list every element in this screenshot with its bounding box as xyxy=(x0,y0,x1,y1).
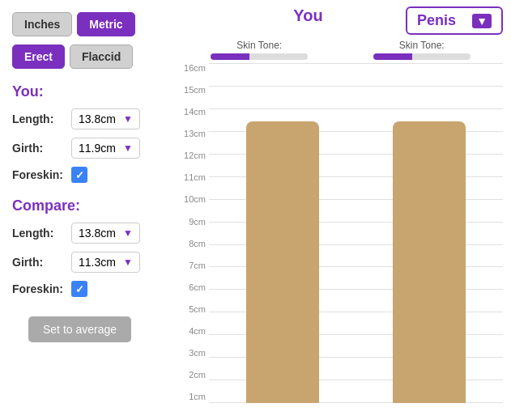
y-axis-label: 4cm xyxy=(178,326,209,336)
unit-buttons: Inches Metric xyxy=(12,12,158,36)
chart-content xyxy=(209,63,503,403)
you-length-label: Length: xyxy=(12,112,65,125)
bars-container xyxy=(209,63,503,403)
penis-dropdown[interactable]: Penis ▼ xyxy=(406,6,503,35)
compare-length-value: 13.8cm xyxy=(79,227,116,240)
compare-length-label: Length: xyxy=(12,227,65,240)
you-section: You: Length: 13.8cm ▼ Girth: 11.9cm ▼ Fo… xyxy=(12,83,158,183)
y-axis-label: 12cm xyxy=(178,151,209,160)
you-foreskin-row: Foreskin: xyxy=(12,167,158,183)
compare-length-dropdown[interactable]: 13.8cm ▼ xyxy=(71,223,140,244)
compare-foreskin-checkbox[interactable] xyxy=(71,281,87,297)
you-chart-label: You xyxy=(178,6,406,25)
chart-area: 1cm2cm3cm4cm5cm6cm7cm8cm9cm10cm11cm12cm1… xyxy=(178,63,503,403)
y-axis-label: 6cm xyxy=(178,282,209,292)
you-title: You: xyxy=(12,83,158,100)
y-axis-label: 7cm xyxy=(178,261,209,270)
state-buttons: Erect Flaccid xyxy=(12,45,158,69)
y-axis-label: 3cm xyxy=(178,348,209,358)
y-axis-label: 13cm xyxy=(178,129,209,138)
y-axis-label: 10cm xyxy=(178,194,209,204)
you-length-dropdown[interactable]: 13.8cm ▼ xyxy=(71,108,140,129)
y-axis-label: 15cm xyxy=(178,85,209,95)
you-girth-row: Girth: 11.9cm ▼ xyxy=(12,138,158,159)
set-to-average-button[interactable]: Set to average xyxy=(28,316,131,342)
you-skin-tone-label: Skin Tone: xyxy=(236,40,282,51)
skin-tone-row: Skin Tone: Skin Tone: xyxy=(178,38,503,63)
you-foreskin-checkbox[interactable] xyxy=(71,167,87,183)
you-length-row: Length: 13.8cm ▼ xyxy=(12,108,158,129)
compare-foreskin-row: Foreskin: xyxy=(12,281,158,297)
you-foreskin-label: Foreskin: xyxy=(12,168,65,181)
y-axis: 1cm2cm3cm4cm5cm6cm7cm8cm9cm10cm11cm12cm1… xyxy=(178,63,209,403)
you-girth-label: Girth: xyxy=(12,142,65,155)
compare-title: Compare: xyxy=(12,197,158,214)
compare-girth-value: 11.3cm xyxy=(79,256,116,269)
compare-bar xyxy=(393,121,466,403)
inches-button[interactable]: Inches xyxy=(12,12,72,36)
you-skin-tone-group: Skin Tone: xyxy=(178,40,341,60)
left-panel: Inches Metric Erect Flaccid You: Length:… xyxy=(0,0,170,420)
you-skin-tone-slider[interactable] xyxy=(211,53,308,60)
compare-skin-tone-slider[interactable] xyxy=(373,53,471,60)
y-axis-label: 1cm xyxy=(178,392,209,401)
flaccid-button[interactable]: Flaccid xyxy=(70,45,133,69)
compare-girth-label: Girth: xyxy=(12,256,65,269)
y-axis-label: 5cm xyxy=(178,304,209,314)
compare-skin-tone-label: Skin Tone: xyxy=(399,40,445,51)
you-length-arrow-icon: ▼ xyxy=(123,113,133,125)
compare-skin-tone-group: Skin Tone: xyxy=(341,40,504,60)
you-girth-value: 11.9cm xyxy=(79,142,116,155)
y-axis-label: 9cm xyxy=(178,217,209,227)
penis-arrow-icon: ▼ xyxy=(472,14,492,28)
chart-header: You Penis ▼ xyxy=(178,0,503,38)
compare-foreskin-label: Foreskin: xyxy=(12,282,65,295)
y-axis-label: 14cm xyxy=(178,107,209,117)
compare-girth-arrow-icon: ▼ xyxy=(123,257,133,268)
you-bar xyxy=(246,121,319,403)
compare-length-arrow-icon: ▼ xyxy=(123,227,133,239)
y-axis-label: 11cm xyxy=(178,172,209,182)
compare-girth-row: Girth: 11.3cm ▼ xyxy=(12,252,158,273)
erect-button[interactable]: Erect xyxy=(12,45,65,69)
compare-length-row: Length: 13.8cm ▼ xyxy=(12,223,158,244)
y-axis-label: 2cm xyxy=(178,370,209,380)
compare-girth-dropdown[interactable]: 11.3cm ▼ xyxy=(71,252,140,273)
you-length-value: 13.8cm xyxy=(79,112,116,125)
metric-button[interactable]: Metric xyxy=(77,12,134,36)
y-axis-label: 8cm xyxy=(178,239,209,248)
right-panel: You Penis ▼ Skin Tone: Skin Tone: 1cm2cm… xyxy=(170,0,511,420)
compare-section: Compare: Length: 13.8cm ▼ Girth: 11.3cm … xyxy=(12,197,158,342)
you-girth-arrow-icon: ▼ xyxy=(123,142,133,154)
y-axis-label: 16cm xyxy=(178,63,209,73)
penis-label: Penis xyxy=(417,12,456,29)
you-girth-dropdown[interactable]: 11.9cm ▼ xyxy=(71,138,140,159)
